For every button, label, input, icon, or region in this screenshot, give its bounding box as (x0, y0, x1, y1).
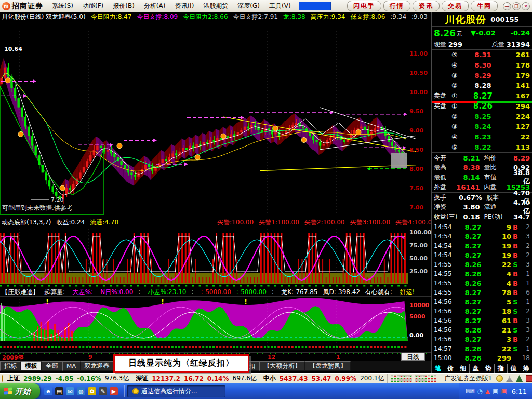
index-quote[interactable]: 上证2989.29-4.85-0.16%976.3亿 (4, 374, 132, 383)
stat-value: 34.7 (509, 213, 530, 221)
indicator1-label: 流通:4.70 (90, 218, 118, 227)
quick-button[interactable]: 交易 (442, 1, 469, 11)
quote-tab[interactable]: 势 (482, 364, 494, 373)
tray-app-icon[interactable]: ◔ (477, 388, 482, 394)
level-volume: 224 (504, 113, 530, 121)
quote-tab[interactable]: 笔 (432, 364, 444, 373)
trade-row: 14:568.2621S3 (432, 325, 532, 335)
broker-name: 广发证券至强版1 (440, 374, 496, 383)
keyboard-icon[interactable]: ⌨ (466, 388, 474, 394)
index-pct: 0.99% (335, 375, 356, 382)
indicator-tab[interactable]: MA (62, 361, 81, 371)
player-icon[interactable]: ▶ (110, 387, 118, 395)
heat-cell (424, 375, 427, 377)
timeline-month: 8 (20, 354, 24, 361)
restore-button[interactable]: ❐ (512, 2, 521, 10)
quick-button[interactable]: 牛网 (471, 1, 498, 11)
windows-logo-icon (4, 387, 12, 395)
indicator-tab[interactable]: 指标 (0, 361, 21, 371)
mail-icon[interactable]: ✉ (66, 387, 74, 395)
close-button[interactable]: ✕ (522, 2, 530, 10)
quote-tab[interactable]: 价 (444, 364, 456, 373)
order-book-row[interactable]: ③8.24127 (432, 122, 532, 132)
trade-time: 14:56 (434, 308, 454, 315)
menu-item[interactable]: 系统(S) (47, 0, 78, 12)
indicator-tab[interactable]: 【大额分析】 (259, 361, 305, 371)
order-book-row[interactable]: ③8.29179 (432, 70, 532, 81)
order-book-row[interactable]: ④8.30178 (432, 60, 532, 71)
network-error-icon[interactable]: ▣ (501, 388, 507, 394)
indicator2-label: :- (191, 288, 195, 296)
pen-icon[interactable]: ✎ (99, 387, 107, 395)
stat-value: 0.67% (459, 194, 482, 202)
order-book-row[interactable]: ②8.28141 (432, 81, 532, 91)
quote-tab[interactable]: 指 (494, 364, 507, 373)
trade-volume: 19 (493, 242, 511, 250)
indicator-tab[interactable]: 全部 (42, 361, 62, 371)
index-quote[interactable]: 深证12137.216.720.14%697.6亿 (132, 374, 260, 383)
level-price: 8.29 (462, 72, 504, 79)
indicator-tab[interactable]: 双龙迎春 (81, 361, 114, 371)
indicator2-label: :-5000.00 (236, 288, 267, 296)
network-icon[interactable]: ▣ (493, 388, 498, 394)
main-chart-canvas[interactable]: 7.20 (0, 21, 431, 218)
quote-tab[interactable]: 盘 (469, 364, 482, 373)
order-book-row[interactable]: ⑤8.22113 (432, 142, 532, 152)
quick-button[interactable]: 行情 (383, 1, 410, 11)
price-unit: 元 (456, 30, 462, 38)
indicator-tab[interactable]: 模板 (21, 361, 42, 371)
quick-button[interactable]: 闪电手 (347, 1, 381, 11)
quote-tab[interactable]: 细 (457, 364, 469, 373)
trade-list[interactable]: 14:548.279B214:548.2710B314:548.2719B214… (432, 222, 532, 364)
menu-item[interactable]: 报价(B) (108, 0, 139, 12)
price-axis-label: 10.00 (409, 89, 428, 96)
trade-count: 2 (520, 242, 530, 249)
order-book-row[interactable]: ⑤8.31261 (432, 50, 532, 60)
indicator2-canvas[interactable]: !!! (0, 297, 431, 353)
buy-warning-label: 买警3:100.00 (350, 218, 390, 227)
coin-icon (496, 375, 503, 382)
start-button[interactable]: 开始 (0, 383, 40, 399)
menu-item[interactable]: 功能(F) (78, 0, 108, 12)
trade-price: 8.27 (454, 336, 493, 343)
period-label[interactable]: 日线 (401, 353, 425, 361)
trade-row: 14:568.273B2 (432, 335, 532, 344)
trade-row: 15:008.2629918 (432, 353, 532, 363)
indicator1-canvas[interactable] (0, 227, 431, 288)
trade-time: 14:57 (434, 345, 454, 352)
settings-icon[interactable]: ✿ (88, 387, 96, 395)
minimize-button[interactable]: — (503, 2, 511, 10)
trade-row: 14:558.264B1 (432, 269, 532, 278)
trade-price: 8.27 (454, 298, 493, 306)
order-book-row[interactable]: ④8.2322 (432, 132, 532, 142)
level-volume: 127 (504, 123, 530, 130)
stock-code-input[interactable] (299, 2, 331, 10)
quote-tab[interactable]: 筹 (520, 364, 532, 373)
menu-item[interactable]: 资讯(I) (170, 0, 198, 12)
order-book-row[interactable]: 卖盘①8.27167 (432, 91, 532, 101)
index-quote[interactable]: 中小5437.4353.470.99%200.1亿 (260, 374, 388, 383)
trade-count: 3 (520, 317, 530, 324)
taskbar-task-button[interactable]: 通达信高速行情分... (127, 385, 225, 397)
market-heat-grid (388, 374, 440, 383)
globe-icon[interactable]: ◍ (77, 387, 85, 395)
trade-time: 14:54 (434, 242, 454, 249)
menu-item[interactable]: 分析(A) (139, 0, 170, 12)
menu-item[interactable]: 港股期货 (198, 0, 233, 12)
internet-explorer-icon[interactable]: e (44, 387, 52, 395)
indicator-tab[interactable]: 【盘龙驸凤】 (305, 361, 351, 371)
menu-item[interactable]: 深度(G) (233, 0, 264, 12)
media-icon[interactable]: ▤ (55, 387, 63, 395)
trade-volume: 4 (493, 280, 511, 287)
buy-warning-label: 买警4:100.00 (395, 218, 431, 227)
tray-alert-icon[interactable]: ▲ (485, 388, 490, 394)
order-book-row[interactable]: ②8.25224 (432, 111, 532, 122)
menu-item[interactable]: 工具(V) (264, 0, 296, 12)
level-circle: ⑤ (451, 51, 462, 59)
menubar-right: 闪电手行情资讯交易牛网 —❐✕ (347, 1, 530, 11)
heat-cell (434, 380, 436, 382)
quick-button[interactable]: 资讯 (413, 1, 440, 11)
quote-tab[interactable]: 值 (507, 364, 520, 373)
level-price: 8.31 (462, 51, 504, 59)
quick-buttons: 闪电手行情资讯交易牛网 (347, 1, 498, 11)
